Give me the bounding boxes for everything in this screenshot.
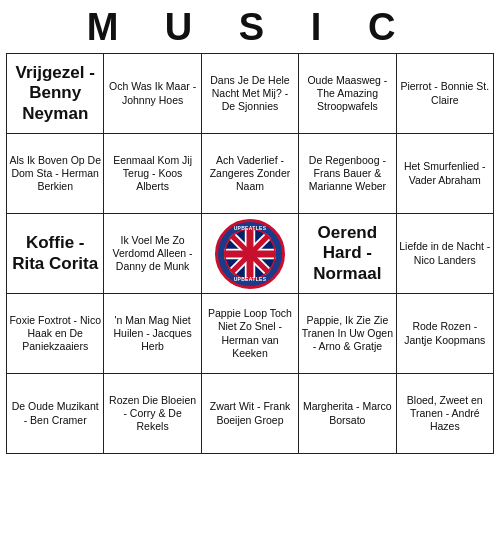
cell-4-4: Bloed, Zweet en Tranen - André Hazes	[396, 374, 493, 454]
cell-2-0: Koffie - Rita Corita	[7, 214, 104, 294]
cell-0-4: Pierrot - Bonnie St. Claire	[396, 54, 493, 134]
cell-3-1: 'n Man Mag Niet Huilen - Jacques Herb	[104, 294, 201, 374]
cell-4-3: Margherita - Marco Borsato	[299, 374, 396, 454]
cell-2-2: UPBEATLES UPBEATLES	[201, 214, 298, 294]
cell-0-2: Dans Je De Hele Nacht Met Mij? - De Sjon…	[201, 54, 298, 134]
cell-1-3: De Regenboog - Frans Bauer & Marianne We…	[299, 134, 396, 214]
cell-4-0: De Oude Muzikant - Ben Cramer	[7, 374, 104, 454]
cell-4-1: Rozen Die Bloeien - Corry & De Rekels	[104, 374, 201, 454]
page-title: M U S I C	[0, 0, 500, 53]
cell-3-3: Pappie, Ik Zie Zie Tranen In Uw Ogen - A…	[299, 294, 396, 374]
cell-0-0: Vrijgezel - Benny Neyman	[7, 54, 104, 134]
cell-2-3: Oerend Hard - Normaal	[299, 214, 396, 294]
cell-1-2: Ach Vaderlief - Zangeres Zonder Naam	[201, 134, 298, 214]
cell-2-1: Ik Voel Me Zo Verdomd Alleen - Danny de …	[104, 214, 201, 294]
bingo-grid: Vrijgezel - Benny NeymanOch Was Ik Maar …	[6, 53, 494, 454]
cell-1-4: Het Smurfenlied - Vader Abraham	[396, 134, 493, 214]
cell-3-0: Foxie Foxtrot - Nico Haak en De Paniekza…	[7, 294, 104, 374]
cell-0-3: Oude Maasweg - The Amazing Stroopwafels	[299, 54, 396, 134]
cell-2-4: Liefde in de Nacht - Nico Landers	[396, 214, 493, 294]
cell-1-0: Als Ik Boven Op De Dom Sta - Herman Berk…	[7, 134, 104, 214]
cell-0-1: Och Was Ik Maar - Johnny Hoes	[104, 54, 201, 134]
cell-4-2: Zwart Wit - Frank Boeijen Groep	[201, 374, 298, 454]
cell-1-1: Eenmaal Kom Jij Terug - Koos Alberts	[104, 134, 201, 214]
cell-3-2: Pappie Loop Toch Niet Zo Snel - Herman v…	[201, 294, 298, 374]
cell-3-4: Rode Rozen - Jantje Koopmans	[396, 294, 493, 374]
